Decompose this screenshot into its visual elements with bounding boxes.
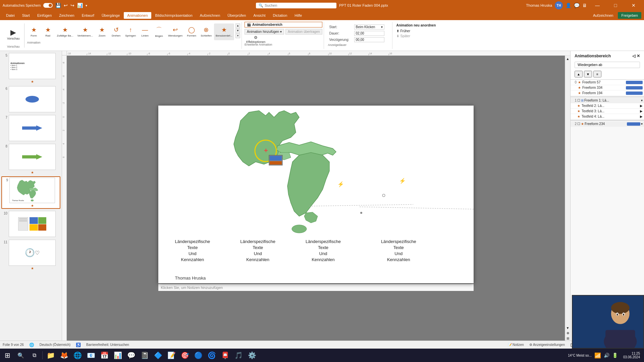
anim-up-btn[interactable]: ▲: [575, 71, 583, 77]
animation-hinzufuegen-btn[interactable]: Animation hinzufügen ▾: [245, 29, 284, 35]
menu-uberprufen[interactable]: Überprüfen: [224, 12, 249, 19]
close-btn[interactable]: ✕: [626, 0, 641, 11]
animationsbereich-btn[interactable]: 🎬 Animationsbereich: [245, 22, 322, 27]
tb-chrome[interactable]: 🌐: [71, 349, 84, 361]
share-icon[interactable]: 👤: [566, 3, 571, 8]
tb-app8[interactable]: ⚙️: [246, 349, 258, 361]
slide-thumb-7[interactable]: 7: [1, 114, 60, 142]
tb-sound[interactable]: 🔊: [604, 353, 609, 358]
anim-panel-close[interactable]: ✕: [637, 54, 640, 58]
anim-scroll-down[interactable]: ▼: [235, 28, 240, 33]
tb-mail[interactable]: 📧: [85, 349, 97, 361]
tb-app3[interactable]: 🎯: [179, 349, 191, 361]
fit-btn[interactable]: ⊞: [566, 336, 570, 341]
search-btn[interactable]: 🔍: [15, 349, 27, 361]
autosave-toggle[interactable]: [43, 3, 53, 8]
slide-canvas[interactable]: + ⚡ ⚡ ⚡: [158, 106, 474, 283]
dauer-input[interactable]: 02,00: [354, 31, 384, 36]
slide-thumb-6[interactable]: 6: [1, 85, 60, 113]
spater-btn[interactable]: ⬇ Später: [396, 34, 438, 38]
scroll-up-btn[interactable]: ▲: [566, 57, 570, 61]
present-icon[interactable]: 🖥: [582, 3, 587, 8]
anim-item-textfeld3[interactable]: ★ Textfeld 3: Lä... ▶: [571, 109, 644, 114]
anim-item-freeform334[interactable]: ★ Freeform 334: [571, 85, 644, 90]
menu-entwurf[interactable]: Entwurf: [78, 12, 98, 19]
slide-thumb-9[interactable]: 9 Thomas Hruska ★: [1, 176, 60, 209]
slide-thumb-10[interactable]: 10: [1, 210, 60, 238]
anim-group-2-header[interactable]: 2 ☐ ★ Freeform 234 ▾: [571, 121, 644, 127]
zoom-btn[interactable]: ⊕: [566, 330, 570, 335]
menu-bildschirm[interactable]: Bildschirmpräsentation: [152, 12, 196, 19]
notes-bar[interactable]: Klicken Sie, um Notizen hinzuzufügen: [158, 284, 474, 291]
verz-input[interactable]: 00,00: [354, 37, 384, 42]
menu-start[interactable]: Start: [19, 12, 33, 19]
tb-app7[interactable]: 🎵: [232, 349, 245, 361]
menu-einfuegen[interactable]: Einfügen: [34, 12, 55, 19]
play-btn[interactable]: Wiedergeben ab: [575, 62, 640, 68]
vorschau-btn[interactable]: ▶ Vorschau: [5, 25, 21, 44]
save-icon[interactable]: 💾: [55, 3, 61, 8]
redo-icon[interactable]: ↪: [70, 3, 74, 8]
anim-down-btn[interactable]: ▼: [584, 71, 592, 77]
anim-item-textfeld2[interactable]: ★ Textfeld 2: Lä... ▶: [571, 103, 644, 109]
tb-network[interactable]: 📶: [594, 352, 601, 359]
tb-onenote[interactable]: 📓: [139, 349, 151, 361]
group2-dropdown[interactable]: ▾: [641, 122, 643, 126]
anim-verkleinern[interactable]: ★Verkleinern...: [75, 23, 95, 40]
anim-schleifen[interactable]: ⊗Schleifen: [199, 23, 213, 40]
menu-zeichnen[interactable]: Zeichnen: [56, 12, 77, 19]
ansicht-btn[interactable]: ⚙ Anzeigeeinstellungen: [529, 343, 565, 347]
anim-item-textfeld4[interactable]: ★ Textfeld 4: Lä... ▶: [571, 114, 644, 119]
group1-expand[interactable]: ▾: [641, 99, 643, 102]
search-input[interactable]: [265, 3, 325, 7]
tb-teams[interactable]: 💬: [125, 349, 137, 361]
fruher-btn[interactable]: ⬆ Früher: [396, 29, 438, 33]
animation-ubertragen-btn[interactable]: Animation übertragen: [285, 29, 322, 35]
anim-drehen[interactable]: ↺Drehen: [109, 23, 123, 40]
dropdown-arrow[interactable]: ▾: [86, 4, 87, 7]
taskview-btn[interactable]: ⧉: [28, 349, 40, 361]
menu-ansicht[interactable]: Ansicht: [250, 12, 269, 19]
play-icon-t3[interactable]: ▶: [640, 109, 643, 113]
tb-app6[interactable]: 📮: [219, 349, 231, 361]
play-icon-t4[interactable]: ▶: [640, 115, 643, 118]
start-dropdown[interactable]: Beim Klicken ▾: [354, 24, 384, 29]
menu-datei[interactable]: Datei: [3, 12, 18, 19]
anim-zufaellig[interactable]: ★Zufällige Ba...: [55, 23, 75, 40]
anim-group-1-header[interactable]: 1 ☐ ⊞ Freeform 1: Lä... ▾: [571, 98, 644, 103]
tb-explorer[interactable]: 📁: [45, 349, 57, 361]
anim-bogen[interactable]: ⌒Bögen: [152, 23, 166, 40]
notizen-btn[interactable]: 📝 Notizen: [508, 343, 524, 347]
anim-linien[interactable]: —Linien: [138, 23, 152, 40]
maximize-btn[interactable]: □: [608, 0, 623, 11]
aufzeichnen-btn[interactable]: Aufzeichnen: [590, 12, 617, 19]
tb-calendar[interactable]: 📅: [98, 349, 110, 361]
tb-app4[interactable]: 🔵: [192, 349, 204, 361]
menu-ubergange[interactable]: Übergänge: [98, 12, 123, 19]
anim-formen[interactable]: ◯Formen: [185, 23, 198, 40]
menu-dictation[interactable]: Dictation: [269, 12, 290, 19]
anim-scroll-up[interactable]: ▲: [235, 23, 240, 28]
start-btn[interactable]: ⊞: [1, 349, 13, 361]
slide-thumb-5[interactable]: 5 Animationen • Item 1• Item 2• Item 3 ★: [1, 52, 60, 84]
anim-form[interactable]: ★Form: [27, 23, 41, 40]
search-box[interactable]: 🔍: [256, 3, 336, 8]
anim-item-freeform57[interactable]: 0 ★ Freeform 57: [571, 80, 644, 85]
anim-zoom[interactable]: ★Zoom: [95, 23, 109, 40]
anim-item-freeform194[interactable]: ★ Freeform 194: [571, 90, 644, 96]
effektoptionen-btn[interactable]: ⚙ Effektoptionen: [245, 36, 267, 43]
anim-benutzer[interactable]: ★Benutzerdef...: [214, 23, 234, 40]
slide-thumb-11[interactable]: 11 🕐 ♡ ★: [1, 239, 60, 271]
menu-hilfe[interactable]: Hilfe: [291, 12, 305, 19]
tb-app5[interactable]: 🌀: [206, 349, 218, 361]
menu-animationen[interactable]: Animationen: [124, 12, 151, 19]
undo-icon[interactable]: ↩: [64, 3, 68, 8]
comments-icon[interactable]: 💬: [574, 3, 580, 8]
menu-aufzeichnen[interactable]: Aufzeichnen: [197, 12, 224, 19]
anim-wendungen[interactable]: ↩Wendungen: [166, 23, 184, 40]
anim-menu-btn[interactable]: ≡: [593, 71, 601, 77]
tb-ppt[interactable]: 📊: [112, 349, 124, 361]
anim-rad[interactable]: ★Rad: [41, 23, 55, 40]
minimize-btn[interactable]: —: [590, 0, 605, 11]
anim-springen[interactable]: ↑Springen: [123, 23, 138, 40]
